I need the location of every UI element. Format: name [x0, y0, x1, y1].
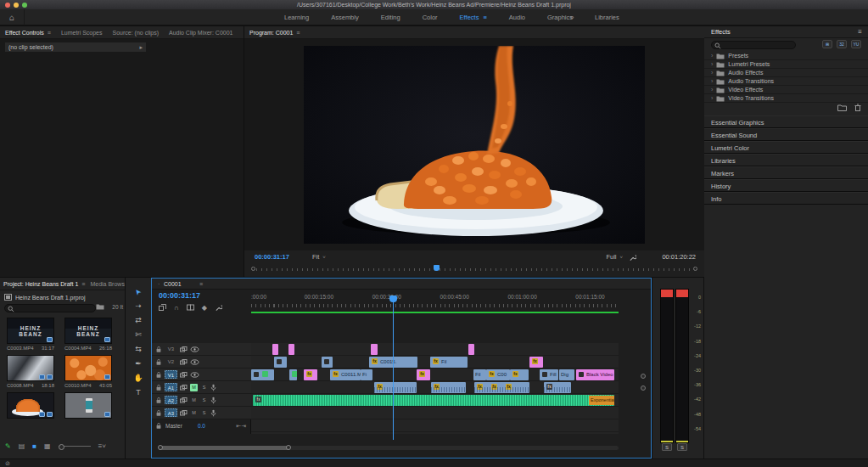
effects-folder-lumetri-presets[interactable]: Lumetri Presets	[704, 60, 868, 69]
clip-thumbnail[interactable]	[64, 392, 112, 419]
clip-dig[interactable]: Dig	[559, 369, 574, 380]
accelerated-effects-badge-icon[interactable]: ⊞	[822, 40, 832, 48]
tab-lumetri-scopes[interactable]: Lumetri Scopes	[56, 26, 108, 38]
timeline-vertical-scrollbar[interactable]	[641, 374, 646, 396]
panel-menu-icon[interactable]	[48, 30, 51, 36]
track-target-v3[interactable]: V3	[165, 345, 177, 353]
workspace-tab-effects[interactable]: Effects	[449, 9, 498, 25]
track-target-v1[interactable]: V1	[165, 370, 177, 379]
panel-menu-icon[interactable]	[858, 26, 862, 38]
zoom-level-select[interactable]: Fit	[312, 252, 326, 262]
lock-icon[interactable]	[155, 371, 162, 379]
lock-icon[interactable]	[155, 346, 162, 353]
clip[interactable]	[288, 344, 294, 355]
clip-c0011-m[interactable]: fxC0011.M	[330, 369, 361, 380]
panel-menu-icon[interactable]	[81, 281, 85, 287]
solo-button[interactable]: S	[200, 384, 208, 391]
track-header-v3[interactable]: V3	[152, 343, 251, 356]
timeline-timecode[interactable]: 00:00:31:17	[159, 291, 200, 300]
project-search-input[interactable]	[4, 304, 96, 312]
clip[interactable]: fx	[417, 369, 430, 380]
effects-folder-video-effects[interactable]: Video Effects	[704, 86, 868, 94]
panel-menu-icon[interactable]	[483, 9, 486, 25]
tab-program[interactable]: Program: C0001	[244, 26, 305, 38]
track-target-a1[interactable]: A1	[165, 383, 177, 391]
program-playhead[interactable]	[434, 265, 440, 271]
sync-lock-icon[interactable]	[180, 410, 188, 416]
new-custom-bin-icon[interactable]	[837, 104, 847, 111]
panel-header-essential-sound[interactable]: Essential Sound	[704, 128, 868, 141]
workspace-tab-graphics[interactable]: Graphics	[536, 9, 584, 25]
clip[interactable]: fx	[374, 382, 417, 393]
clip-thumbnail[interactable]	[7, 355, 54, 381]
track-header-a2[interactable]: A2MS	[152, 394, 251, 407]
track-target-a3[interactable]: A3	[165, 408, 177, 417]
toggle-track-output-icon[interactable]	[190, 359, 199, 365]
zoom-handle-left[interactable]	[158, 445, 163, 450]
clip[interactable]: fx	[544, 382, 571, 393]
clip-thumbnail[interactable]: HEINZBEANZ	[64, 318, 112, 344]
tab-audio-clip-mixer-c0001[interactable]: Audio Clip Mixer: C0001	[164, 26, 238, 38]
lock-icon[interactable]	[155, 422, 162, 430]
program-timecode[interactable]: 00:00:31:17	[255, 252, 289, 262]
sync-lock-icon[interactable]	[180, 397, 188, 403]
toggle-track-output-icon[interactable]	[190, 346, 199, 352]
tab-source-no-clips[interactable]: Source: (no clips)	[108, 26, 164, 38]
panel-header-info[interactable]: Info	[704, 192, 868, 205]
lock-icon[interactable]	[155, 384, 162, 391]
solo-left-button[interactable]: S	[662, 443, 672, 451]
effects-title[interactable]: Effects	[711, 26, 731, 38]
effects-folder-audio-effects[interactable]: Audio Effects	[704, 69, 868, 77]
solo-right-button[interactable]: S	[677, 443, 687, 451]
clip[interactable]	[371, 344, 378, 355]
minimize-window-icon[interactable]	[14, 3, 19, 8]
type-tool[interactable]: T	[126, 385, 151, 400]
disclosure-icon[interactable]	[711, 61, 713, 67]
disclosure-icon[interactable]	[711, 53, 713, 59]
workspace-tab-assembly[interactable]: Assembly	[320, 9, 370, 25]
clip[interactable]: fx	[510, 369, 529, 380]
sync-lock-icon[interactable]	[180, 372, 188, 378]
mic-icon[interactable]	[210, 409, 216, 417]
clip-thumbnail[interactable]	[7, 392, 54, 419]
close-window-icon[interactable]	[5, 3, 10, 8]
tab-media-browser[interactable]: Media Browser	[88, 278, 125, 290]
zoom-slider[interactable]	[59, 446, 91, 447]
icon-view-icon[interactable]: ■	[32, 442, 36, 450]
effects-folder-presets[interactable]: Presets	[704, 52, 868, 60]
freeform-view-icon[interactable]: ▦	[44, 442, 51, 450]
yuv-badge-icon[interactable]: YU	[851, 40, 861, 48]
scrollbar-thumb[interactable]	[159, 446, 290, 450]
workspace-tab-audio[interactable]: Audio	[498, 9, 536, 25]
project-item-c0010-mp4[interactable]: C0010.MP443:05	[64, 355, 112, 388]
mic-icon[interactable]	[210, 397, 216, 404]
clip[interactable]: fx	[431, 382, 466, 393]
delete-icon[interactable]	[854, 104, 861, 111]
solo-button[interactable]: S	[200, 409, 208, 417]
lock-icon[interactable]	[155, 409, 162, 417]
track-header-a3[interactable]: A3MS	[152, 407, 251, 419]
panel-menu-icon[interactable]	[296, 30, 300, 36]
lock-icon[interactable]	[155, 397, 162, 404]
sync-lock-icon[interactable]	[180, 359, 188, 365]
clip-fill[interactable]: Fill	[540, 369, 558, 380]
clip[interactable]	[322, 357, 333, 368]
linked-selection-icon[interactable]	[187, 304, 194, 311]
folder-icon[interactable]	[96, 303, 104, 310]
clip[interactable]	[289, 369, 297, 380]
clip-fil[interactable]: fxFil	[430, 357, 468, 368]
no-clip-strip[interactable]: (no clip selected)	[5, 42, 146, 52]
effects-folder-audio-transitions[interactable]: Audio Transitions	[704, 77, 868, 86]
add-marker-icon[interactable]: ◆	[202, 304, 207, 312]
project-item-c0003-mp4[interactable]: HEINZBEANZC0003.MP431:17	[7, 318, 54, 351]
playback-resolution-select[interactable]: Full	[606, 252, 623, 262]
scrub-handle-left[interactable]	[251, 267, 255, 271]
track-target-v2[interactable]: V2	[165, 357, 177, 366]
track-select-forward-tool[interactable]: ⇢	[126, 299, 151, 313]
disclosure-icon[interactable]	[711, 95, 713, 101]
panel-header-essential-graphics[interactable]: Essential Graphics	[704, 115, 868, 128]
fit-track-icon[interactable]: ⇤⇥	[236, 423, 246, 430]
pen-tool[interactable]: ✒	[126, 357, 151, 371]
toggle-track-output-icon[interactable]	[190, 372, 199, 378]
panel-header-markers[interactable]: Markers	[704, 166, 868, 179]
